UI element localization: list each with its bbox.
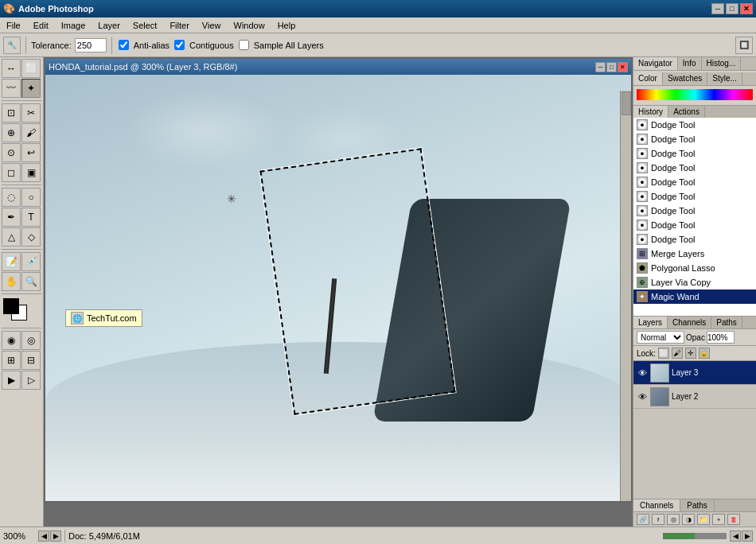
- layer-link-btn[interactable]: 🔗: [637, 514, 649, 525]
- brush-tool[interactable]: 🖌: [21, 123, 41, 142]
- menu-help[interactable]: Help: [271, 19, 302, 32]
- eyedropper-tool[interactable]: 💉: [21, 252, 41, 271]
- history-item-1[interactable]: ●Dodge Tool: [633, 132, 756, 146]
- screen-mode[interactable]: ⊞: [2, 351, 21, 370]
- tab-navigator[interactable]: Navigator: [633, 57, 678, 70]
- canvas-minimize[interactable]: ─: [595, 62, 606, 72]
- type-tool[interactable]: T: [21, 208, 41, 227]
- status-btn-l[interactable]: ◀: [730, 530, 741, 542]
- layer-item-1[interactable]: 👁Layer 2: [633, 385, 756, 409]
- history-item-8[interactable]: ●Dodge Tool: [633, 232, 756, 247]
- contiguous-checkbox[interactable]: [174, 40, 185, 50]
- menu-layer[interactable]: Layer: [92, 19, 127, 32]
- menu-view[interactable]: View: [196, 19, 228, 32]
- canvas-close[interactable]: ✕: [618, 62, 628, 72]
- tab-color[interactable]: Color: [633, 72, 663, 85]
- tab-style[interactable]: Style...: [707, 72, 742, 85]
- notes-tool[interactable]: 📝: [2, 252, 21, 271]
- bottom-tab-channels[interactable]: Channels: [633, 499, 680, 511]
- history-item-2[interactable]: ●Dodge Tool: [633, 146, 756, 161]
- opacity-input[interactable]: [707, 331, 735, 344]
- slice-tool[interactable]: ✂: [21, 103, 41, 122]
- history-item-7[interactable]: ●Dodge Tool: [633, 218, 756, 232]
- tab-paths[interactable]: Paths: [711, 317, 742, 328]
- healing-tool[interactable]: ⊕: [2, 123, 21, 142]
- menu-select[interactable]: Select: [127, 19, 164, 32]
- history-item-6[interactable]: ●Dodge Tool: [633, 204, 756, 218]
- jump-to-ir[interactable]: ▶: [2, 371, 21, 390]
- menu-edit[interactable]: Edit: [27, 19, 55, 32]
- nav-prev[interactable]: ◀: [38, 530, 49, 542]
- minimize-button[interactable]: ─: [711, 3, 724, 14]
- menu-filter[interactable]: Filter: [163, 19, 195, 32]
- lock-image[interactable]: 🖌: [672, 348, 683, 359]
- lock-all[interactable]: 🔒: [699, 348, 710, 359]
- layer-fx-btn[interactable]: f: [652, 514, 664, 525]
- maximize-button[interactable]: □: [726, 3, 738, 14]
- gradient-tool[interactable]: ▣: [21, 163, 41, 182]
- extras-btn[interactable]: 🔲: [735, 37, 753, 54]
- jump-to-ir2[interactable]: ▷: [21, 371, 41, 390]
- blur-tool[interactable]: ◌: [2, 188, 21, 207]
- scroll-thumb[interactable]: [622, 91, 631, 115]
- layer-eye-0[interactable]: 👁: [637, 367, 648, 379]
- pen-tool[interactable]: ✒: [2, 208, 21, 227]
- tab-info[interactable]: Info: [678, 57, 702, 70]
- history-item-11[interactable]: ⊕Layer Via Copy: [633, 275, 756, 289]
- nav-next[interactable]: ▶: [50, 530, 61, 542]
- sample-all-checkbox[interactable]: [239, 40, 249, 50]
- history-item-5[interactable]: ●Dodge Tool: [633, 189, 756, 204]
- color-gradient-bar[interactable]: [637, 89, 753, 100]
- bottom-tab-paths[interactable]: Paths: [680, 499, 715, 511]
- layer-new-btn[interactable]: +: [712, 514, 725, 525]
- close-button[interactable]: ✕: [740, 3, 753, 14]
- canvas-maximize[interactable]: □: [606, 62, 617, 72]
- layer-adj-btn[interactable]: ◑: [682, 514, 695, 525]
- tab-histog[interactable]: Histog...: [702, 57, 742, 70]
- tab-layers[interactable]: Layers: [633, 317, 668, 328]
- history-item-9[interactable]: ⊞Merge Layers: [633, 247, 756, 261]
- lock-position[interactable]: ✛: [685, 348, 696, 359]
- anti-alias-checkbox[interactable]: [119, 40, 129, 50]
- crop-tool[interactable]: ⊡: [2, 103, 21, 122]
- history-item-10[interactable]: ⬟Polygonal Lasso: [633, 261, 756, 275]
- tab-history[interactable]: History: [633, 106, 668, 118]
- status-btn-r[interactable]: ▶: [742, 530, 753, 542]
- canvas-scrollbar[interactable]: [620, 91, 631, 501]
- tab-actions[interactable]: Actions: [668, 106, 705, 118]
- tab-channels[interactable]: Channels: [668, 317, 711, 328]
- layer-group-btn[interactable]: 📁: [697, 514, 710, 525]
- hand-tool[interactable]: ✋: [2, 272, 21, 291]
- blend-mode-select[interactable]: Normal Multiply Screen: [637, 331, 684, 344]
- history-item-4[interactable]: ●Dodge Tool: [633, 175, 756, 189]
- quick-mask[interactable]: ◎: [21, 331, 41, 350]
- stamp-tool[interactable]: ⊙: [2, 143, 21, 162]
- standard-mode[interactable]: ◉: [2, 331, 21, 350]
- canvas-content[interactable]: ✳ 🌐 TechTut.com: [45, 75, 631, 501]
- menu-window[interactable]: Window: [228, 19, 271, 32]
- lock-transparent[interactable]: ⬜: [658, 348, 669, 359]
- history-item-3[interactable]: ●Dodge Tool: [633, 161, 756, 175]
- screen-mode2[interactable]: ⊟: [21, 351, 41, 370]
- menu-file[interactable]: File: [0, 19, 27, 32]
- layer-mask-btn[interactable]: ◎: [667, 514, 680, 525]
- history-item-0[interactable]: ●Dodge Tool: [633, 118, 756, 132]
- marquee-tool[interactable]: ⬜: [21, 59, 41, 78]
- shape-tool[interactable]: ◇: [21, 227, 41, 247]
- layer-delete-btn[interactable]: 🗑: [727, 514, 740, 525]
- tab-swatches[interactable]: Swatches: [663, 72, 707, 85]
- tolerance-input[interactable]: [75, 38, 107, 52]
- layer-eye-1[interactable]: 👁: [637, 391, 648, 402]
- path-tool[interactable]: △: [2, 227, 21, 247]
- color-swatches[interactable]: [3, 298, 40, 324]
- magic-wand-tool[interactable]: ✦: [21, 79, 41, 98]
- layer-item-0[interactable]: 👁Layer 3: [633, 361, 756, 385]
- lasso-tool[interactable]: 〰: [2, 79, 21, 98]
- eraser-tool[interactable]: ◻: [2, 163, 21, 182]
- history-brush[interactable]: ↩: [21, 143, 41, 162]
- magic-wand-options-btn[interactable]: 🔧: [3, 37, 21, 54]
- dodge-tool[interactable]: ○: [21, 188, 41, 207]
- menu-image[interactable]: Image: [55, 19, 92, 32]
- zoom-tool[interactable]: 🔍: [21, 272, 41, 291]
- move-tool[interactable]: ↔: [2, 59, 21, 78]
